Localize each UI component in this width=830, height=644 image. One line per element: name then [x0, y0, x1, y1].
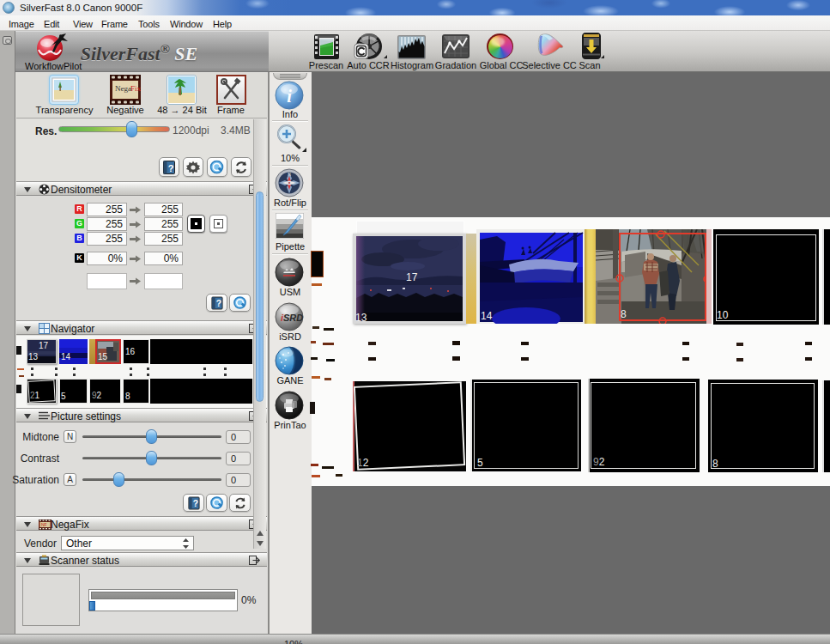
svg-text:Fix: Fix: [130, 84, 141, 93]
svg-text:?: ?: [168, 162, 174, 173]
svg-text:i: i: [287, 87, 292, 106]
svg-text:SRD: SRD: [283, 313, 303, 323]
svg-text:?: ?: [215, 299, 221, 308]
svg-text:NF: NF: [41, 522, 47, 527]
svg-text:?: ?: [192, 499, 197, 508]
svg-text:N: N: [288, 172, 291, 177]
svg-text:Nega: Nega: [115, 84, 131, 93]
